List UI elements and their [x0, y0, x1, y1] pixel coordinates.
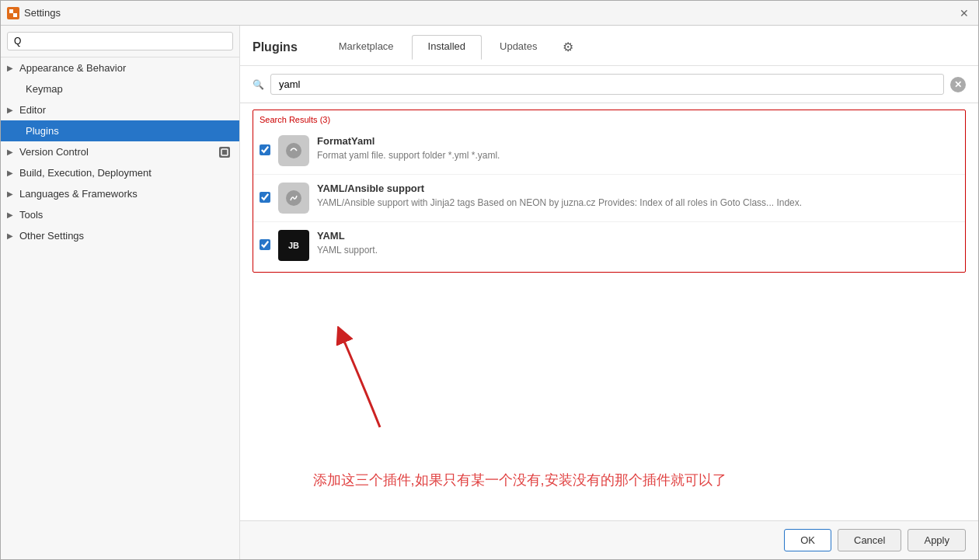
arrow-icon: ▶ [7, 64, 16, 73]
arrow-icon: ▶ [7, 231, 16, 241]
search-results-label: Search Results (3) [253, 113, 965, 127]
tab-marketplace[interactable]: Marketplace [322, 35, 410, 59]
version-control-badge [219, 147, 230, 158]
arrow-icon: ▶ [7, 148, 16, 157]
content-area: ▶ Appearance & Behavior Keymap ▶ Editor … [1, 26, 978, 559]
sidebar-item-tools[interactable]: ▶ Tools [1, 204, 239, 225]
plugin-item-yaml-ansible: YAML/Ansible support YAML/Ansible suppor… [253, 175, 965, 222]
sidebar-item-label: Editor [19, 104, 230, 116]
window-title: Settings [24, 7, 61, 19]
plugin-item-format-yaml: FormatYaml Format yaml file. support fol… [253, 127, 965, 175]
main-panel: Plugins Marketplace Installed Updates ⚙ [240, 26, 978, 559]
plugin-icon-format-yaml [278, 135, 309, 166]
sidebar-item-languages[interactable]: ▶ Languages & Frameworks [1, 183, 239, 204]
svg-rect-0 [9, 9, 13, 13]
app-icon [7, 7, 19, 19]
svg-rect-1 [13, 13, 17, 17]
plugin-checkbox-yaml[interactable] [260, 239, 270, 250]
sidebar-item-label: Version Control [19, 146, 216, 158]
annotation-text: 添加这三个插件,如果只有某一个没有,安装没有的那个插件就可以了 [313, 471, 726, 489]
plugin-desc: YAML support. [317, 244, 959, 257]
sidebar-item-label: Tools [19, 209, 230, 221]
annotation-arrow [318, 326, 411, 443]
sidebar-item-label: Languages & Frameworks [19, 188, 230, 200]
apply-button[interactable]: Apply [908, 529, 966, 551]
tab-updates[interactable]: Updates [483, 35, 553, 59]
cancel-button[interactable]: Cancel [838, 529, 901, 551]
sidebar-item-appearance[interactable]: ▶ Appearance & Behavior [1, 57, 239, 78]
plugin-search-area: 🔍 ✕ [240, 66, 978, 103]
sidebar-item-version-control[interactable]: ▶ Version Control [1, 141, 239, 162]
annotation-area: 添加这三个插件,如果只有某一个没有,安装没有的那个插件就可以了 [240, 318, 978, 521]
plugin-desc: Format yaml file. support folder *.yml *… [317, 149, 959, 162]
arrow-icon: ▶ [7, 169, 16, 178]
sidebar-item-build[interactable]: ▶ Build, Execution, Deployment [1, 162, 239, 183]
plugins-header: Plugins Marketplace Installed Updates ⚙ [240, 26, 978, 66]
sidebar-item-editor[interactable]: ▶ Editor [1, 99, 239, 120]
plugin-name: FormatYaml [317, 135, 959, 147]
plugin-info-yaml: YAML YAML support. [317, 230, 959, 257]
tab-installed[interactable]: Installed [412, 35, 482, 60]
plugin-name: YAML [317, 230, 959, 242]
svg-rect-2 [221, 149, 228, 155]
title-bar-left: Settings [7, 7, 61, 19]
sidebar-item-label: Other Settings [19, 230, 230, 242]
results-container: Search Results (3) FormatYaml Format yam… [240, 103, 978, 318]
sidebar-item-label: Keymap [26, 83, 230, 95]
title-bar: Settings ✕ [1, 1, 978, 26]
clear-search-button[interactable]: ✕ [950, 77, 966, 92]
arrow-icon: ▶ [7, 106, 16, 115]
sidebar: ▶ Appearance & Behavior Keymap ▶ Editor … [1, 26, 240, 559]
plugin-info-yaml-ansible: YAML/Ansible support YAML/Ansible suppor… [317, 183, 959, 210]
search-icon: 🔍 [253, 79, 264, 90]
search-results-box: Search Results (3) FormatYaml Format yam… [253, 110, 966, 273]
plugin-name: YAML/Ansible support [317, 183, 959, 194]
plugin-desc: YAML/Ansible support with Jinja2 tags Ba… [317, 197, 959, 210]
sidebar-search-input[interactable] [7, 32, 233, 50]
plugin-icon-yaml: JB [278, 230, 309, 261]
sidebar-item-keymap[interactable]: Keymap [1, 78, 239, 99]
plugin-checkbox-format-yaml[interactable] [260, 144, 270, 155]
close-button[interactable]: ✕ [956, 5, 972, 21]
sidebar-item-label: Build, Execution, Deployment [19, 167, 230, 179]
plugins-title-row: Plugins Marketplace Installed Updates ⚙ [253, 35, 966, 59]
svg-point-3 [286, 143, 301, 158]
arrow-icon: ▶ [7, 210, 16, 220]
plugin-checkbox-yaml-ansible[interactable] [260, 192, 270, 203]
sidebar-search-box [1, 26, 239, 57]
settings-window: Settings ✕ ▶ Appearance & Behavior Keyma… [0, 0, 979, 560]
arrow-icon: ▶ [7, 190, 16, 199]
footer: OK Cancel Apply [240, 520, 978, 559]
plugins-title: Plugins [253, 40, 298, 54]
sidebar-item-label: Appearance & Behavior [19, 62, 230, 74]
plugin-item-yaml: JB YAML YAML support. [253, 222, 965, 269]
plugin-icon-yaml-ansible [278, 183, 309, 214]
results-and-annotation: Search Results (3) FormatYaml Format yam… [240, 103, 978, 520]
plugin-search-input[interactable] [270, 74, 944, 95]
sidebar-item-other-settings[interactable]: ▶ Other Settings [1, 225, 239, 246]
plugin-info-format-yaml: FormatYaml Format yaml file. support fol… [317, 135, 959, 162]
sidebar-item-plugins[interactable]: Plugins [1, 120, 239, 141]
ok-button[interactable]: OK [784, 529, 831, 551]
tabs: Marketplace Installed Updates ⚙ [322, 35, 582, 59]
settings-gear-icon[interactable]: ⚙ [555, 35, 581, 59]
sidebar-item-label: Plugins [26, 125, 230, 137]
